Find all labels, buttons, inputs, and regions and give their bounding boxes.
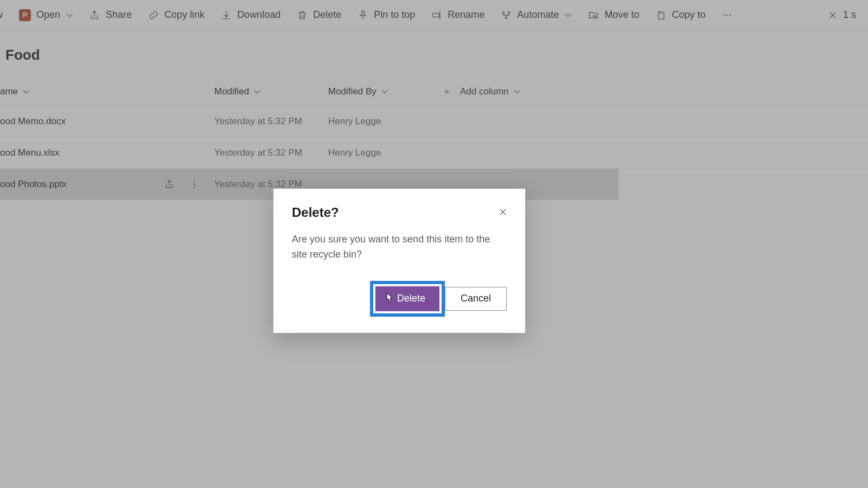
dialog-body-text: Are you sure you want to send this item … — [292, 232, 507, 262]
delete-dialog: Delete? Are you sure you want to send th… — [273, 189, 525, 333]
dialog-close-button[interactable] — [497, 206, 509, 218]
dialog-actions: Delete Cancel — [292, 281, 507, 317]
dialog-confirm-label: Delete — [397, 293, 425, 304]
dialog-confirm-button[interactable]: Delete — [375, 286, 439, 311]
dialog-title: Delete? — [292, 205, 339, 220]
pointer-cursor-icon — [383, 292, 395, 306]
tutorial-highlight-box: Delete — [370, 281, 445, 317]
dialog-cancel-button[interactable]: Cancel — [445, 287, 507, 311]
